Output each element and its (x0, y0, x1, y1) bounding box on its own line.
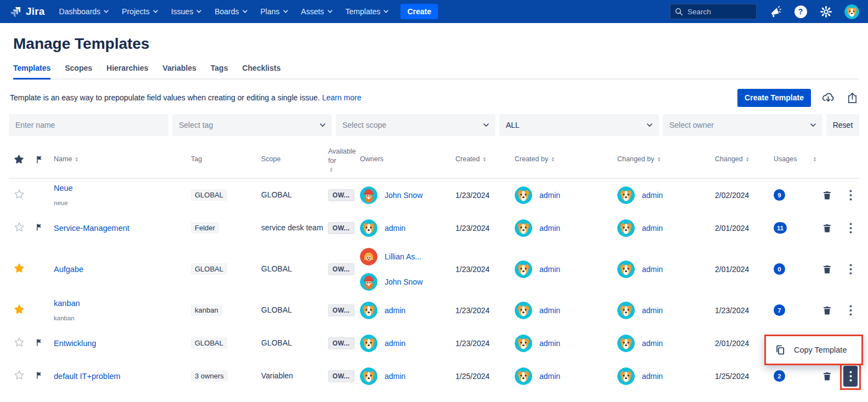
created-by-link[interactable]: admin (539, 224, 560, 233)
gear-icon[interactable] (819, 5, 832, 18)
available-for-chip[interactable]: OW... (328, 263, 354, 275)
usages-badge[interactable]: 0 (774, 263, 785, 275)
dog-avatar[interactable] (515, 302, 532, 319)
tab-scopes[interactable]: Scopes (65, 64, 92, 78)
dog-avatar[interactable] (360, 302, 377, 319)
template-name-link[interactable]: Neue (54, 184, 73, 192)
changed-by-link[interactable]: admin (642, 224, 663, 233)
available-for-chip[interactable]: OW... (328, 304, 354, 316)
template-name-link[interactable]: Service-Management (54, 224, 129, 233)
export-icon[interactable] (845, 90, 859, 105)
nav-search[interactable] (670, 4, 757, 19)
dog-avatar[interactable] (617, 261, 635, 278)
dog-avatar[interactable] (617, 219, 635, 237)
dog-avatar[interactable] (617, 367, 635, 385)
jira-logo[interactable]: Jira (9, 5, 45, 19)
import-cloud-icon[interactable] (821, 90, 835, 105)
lillian-avatar[interactable] (360, 248, 377, 265)
tab-variables[interactable]: Variables (162, 64, 196, 78)
john-avatar[interactable] (360, 186, 377, 204)
changed-by-link[interactable]: admin (642, 265, 663, 274)
trash-icon[interactable] (822, 305, 832, 316)
dog-avatar[interactable] (360, 367, 377, 385)
trash-icon[interactable] (822, 371, 832, 382)
sort-icon[interactable]: ▲▼ (75, 157, 78, 162)
star-icon[interactable] (13, 336, 25, 348)
tab-checklists[interactable]: Checklists (242, 64, 280, 78)
reset-button[interactable]: Reset (826, 114, 859, 136)
announcement-icon[interactable] (769, 5, 782, 18)
nav-item-templates[interactable]: Templates (346, 7, 389, 16)
changed-by-link[interactable]: admin (642, 191, 663, 200)
tab-hierarchies[interactable]: Hierarchies (106, 64, 148, 78)
dog-avatar[interactable] (617, 335, 635, 352)
available-for-chip[interactable]: OW... (328, 337, 354, 349)
available-for-chip[interactable]: OW... (328, 222, 354, 234)
help-icon[interactable]: ? (794, 5, 807, 18)
trash-icon[interactable] (822, 190, 832, 201)
dog-avatar[interactable] (515, 335, 532, 352)
available-for-chip[interactable]: OW... (328, 370, 354, 382)
sort-icon[interactable]: ▲▼ (813, 157, 816, 162)
nav-item-issues[interactable]: Issues (171, 7, 201, 16)
dog-avatar[interactable] (360, 335, 377, 352)
usages-badge[interactable]: 7 (774, 304, 785, 316)
tab-templates[interactable]: Templates (13, 64, 50, 80)
sort-icon[interactable]: ▲▼ (329, 167, 333, 172)
nav-item-boards[interactable]: Boards (215, 7, 247, 16)
usages-badge[interactable]: 11 (774, 222, 787, 234)
sort-icon[interactable]: ▲▼ (482, 157, 486, 162)
owner-link[interactable]: admin (385, 339, 405, 348)
scope-filter-select[interactable]: Select scope (336, 114, 495, 136)
nav-item-dashboards[interactable]: Dashboards (59, 7, 109, 16)
dog-avatar[interactable] (515, 367, 532, 385)
dog-avatar[interactable] (360, 219, 377, 237)
dog-avatar[interactable] (515, 186, 532, 204)
created-by-link[interactable]: admin (539, 191, 560, 200)
dog-avatar[interactable] (515, 219, 532, 237)
created-by-link[interactable]: admin (539, 339, 560, 348)
tag-filter-select[interactable]: Select tag (172, 114, 332, 136)
dog-avatar[interactable] (617, 302, 635, 319)
star-icon[interactable] (13, 188, 25, 200)
star-column-icon[interactable] (13, 154, 25, 165)
name-filter[interactable] (9, 114, 168, 136)
available-for-chip[interactable]: OW... (328, 189, 354, 201)
user-avatar[interactable] (844, 4, 859, 19)
created-by-link[interactable]: admin (539, 372, 560, 381)
star-icon[interactable] (13, 262, 25, 274)
flag-column-icon[interactable] (35, 155, 44, 165)
owner-link[interactable]: admin (385, 224, 405, 233)
kebab-menu-button[interactable] (843, 259, 858, 280)
star-icon[interactable] (13, 369, 25, 381)
template-name-link[interactable]: default IT+problem (54, 372, 120, 381)
nav-create-button[interactable]: Create (401, 4, 438, 19)
owner-link[interactable]: Lillian As... (385, 252, 421, 261)
search-input[interactable] (687, 8, 748, 16)
owner-filter-select[interactable]: Select owner (663, 114, 822, 136)
usages-badge[interactable]: 9 (774, 189, 785, 201)
template-name-link[interactable]: kanban (54, 299, 80, 308)
tab-tags[interactable]: Tags (211, 64, 228, 78)
kebab-menu-button[interactable] (843, 300, 858, 321)
nav-item-projects[interactable]: Projects (122, 7, 158, 16)
dog-avatar[interactable] (617, 186, 635, 204)
learn-more-link[interactable]: Learn more (322, 93, 362, 102)
star-icon[interactable] (13, 303, 25, 315)
copy-template-menu-item[interactable]: Copy Template (794, 346, 847, 354)
changed-by-link[interactable]: admin (642, 339, 663, 348)
template-name-link[interactable]: Entwicklung (54, 339, 96, 348)
sort-icon[interactable]: ▲▼ (657, 157, 661, 162)
owner-link[interactable]: John Snow (385, 278, 422, 286)
created-by-link[interactable]: admin (539, 306, 560, 315)
trash-icon[interactable] (822, 223, 832, 234)
sort-icon[interactable]: ▲▼ (746, 157, 749, 162)
kebab-menu-button[interactable] (843, 218, 858, 239)
name-filter-input[interactable] (15, 121, 162, 129)
nav-item-plans[interactable]: Plans (261, 7, 288, 16)
nav-item-assets[interactable]: Assets (301, 7, 332, 16)
template-name-link[interactable]: Aufgabe (54, 265, 83, 274)
project-filter-select[interactable]: ALL (499, 114, 659, 136)
changed-by-link[interactable]: admin (642, 372, 663, 381)
kebab-menu-button[interactable] (843, 185, 858, 206)
